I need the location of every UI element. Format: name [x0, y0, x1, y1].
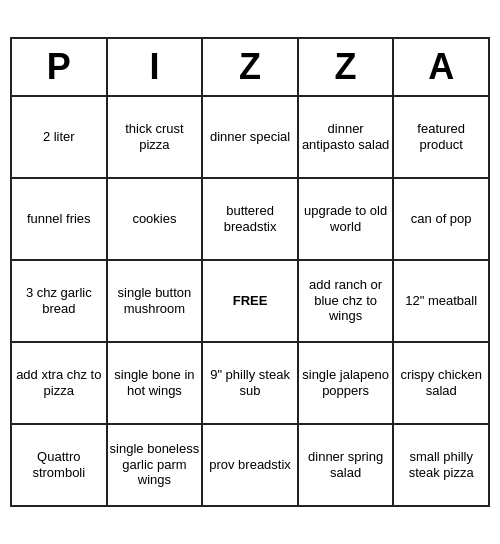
- cell-0-3: dinner antipasto salad: [298, 96, 394, 178]
- cell-4-0: Quattro stromboli: [11, 424, 107, 506]
- cell-3-1: single bone in hot wings: [107, 342, 203, 424]
- cell-4-2: prov breadstix: [202, 424, 298, 506]
- bingo-row-1: funnel friescookiesbuttered breadstixupg…: [11, 178, 489, 260]
- cell-3-2: 9" philly steak sub: [202, 342, 298, 424]
- cell-0-2: dinner special: [202, 96, 298, 178]
- cell-2-1: single button mushroom: [107, 260, 203, 342]
- cell-3-0: add xtra chz to pizza: [11, 342, 107, 424]
- cell-4-3: dinner spring salad: [298, 424, 394, 506]
- cell-1-1: cookies: [107, 178, 203, 260]
- cell-2-3: add ranch or blue chz to wings: [298, 260, 394, 342]
- bingo-card: P I Z Z A 2 literthick crust pizzadinner…: [10, 37, 490, 506]
- cell-4-1: single boneless garlic parm wings: [107, 424, 203, 506]
- cell-1-3: upgrade to old world: [298, 178, 394, 260]
- cell-2-4: 12" meatball: [393, 260, 489, 342]
- header-z2: Z: [298, 38, 394, 95]
- cell-4-4: small philly steak pizza: [393, 424, 489, 506]
- cell-2-2: FREE: [202, 260, 298, 342]
- header-a: A: [393, 38, 489, 95]
- header-p: P: [11, 38, 107, 95]
- header-row: P I Z Z A: [11, 38, 489, 95]
- cell-1-0: funnel fries: [11, 178, 107, 260]
- bingo-row-3: add xtra chz to pizzasingle bone in hot …: [11, 342, 489, 424]
- cell-3-4: crispy chicken salad: [393, 342, 489, 424]
- cell-1-2: buttered breadstix: [202, 178, 298, 260]
- bingo-row-0: 2 literthick crust pizzadinner specialdi…: [11, 96, 489, 178]
- bingo-row-4: Quattro strombolisingle boneless garlic …: [11, 424, 489, 506]
- cell-0-1: thick crust pizza: [107, 96, 203, 178]
- cell-3-3: single jalapeno poppers: [298, 342, 394, 424]
- bingo-row-2: 3 chz garlic breadsingle button mushroom…: [11, 260, 489, 342]
- cell-0-0: 2 liter: [11, 96, 107, 178]
- cell-0-4: featured product: [393, 96, 489, 178]
- cell-2-0: 3 chz garlic bread: [11, 260, 107, 342]
- cell-1-4: can of pop: [393, 178, 489, 260]
- header-i: I: [107, 38, 203, 95]
- header-z1: Z: [202, 38, 298, 95]
